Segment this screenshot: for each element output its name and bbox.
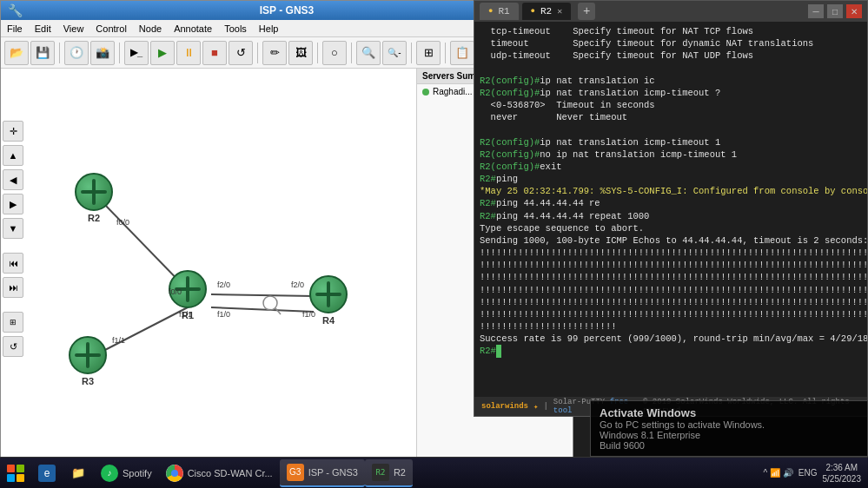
router-r2[interactable]: R2 xyxy=(75,173,113,223)
activate-subtitle: Go to PC settings to activate Windows. xyxy=(600,419,858,430)
r2-terminal-icon: R2 xyxy=(372,464,389,481)
router-r2-icon xyxy=(75,173,113,211)
iface-r3-f1: f1/1 xyxy=(112,336,125,345)
explorer-icon: 📁 xyxy=(70,465,87,482)
iface-r1-f0: f0/0 xyxy=(169,287,182,296)
console-btn[interactable]: ▶_ xyxy=(124,41,149,65)
taskbar-ie[interactable]: e xyxy=(31,459,63,487)
terminal-body[interactable]: tcp-timeout Specify timeout for NAT TCP … xyxy=(474,22,867,397)
annotation-btn[interactable]: ✏ xyxy=(262,41,287,65)
solarwinds-asterisk: ✦ xyxy=(533,402,538,412)
taskbar: e 📁 ♪ Spotify Cisco SD-WAN Cr... G3 ISP … xyxy=(0,457,868,488)
term-close-btn[interactable]: ✕ xyxy=(846,4,862,18)
nav-rotate[interactable]: ↺ xyxy=(3,336,23,357)
nav-left[interactable]: ◀ xyxy=(3,169,23,190)
nav-select[interactable]: ⊞ xyxy=(3,312,23,333)
terminal-title-bar: ● R1 ● R2 ✕ + ─ □ ✕ xyxy=(474,1,867,22)
taskbar-explorer[interactable]: 📁 xyxy=(63,459,94,487)
notes-btn[interactable]: 📋 xyxy=(450,41,474,65)
router-r4-label: R4 xyxy=(322,315,335,326)
activate-title: Activate Windows xyxy=(600,406,858,419)
solarwinds-logo: solarwinds xyxy=(481,402,528,411)
spotify-icon: ♪ xyxy=(101,465,118,482)
term-maximize-btn[interactable]: □ xyxy=(827,4,843,18)
server-status-dot xyxy=(422,89,429,96)
taskbar-gns3[interactable]: G3 ISP - GNS3 xyxy=(280,459,365,487)
screenshot-btn[interactable]: 🖼 xyxy=(288,41,313,65)
taskbar-chrome-label: Cisco SD-WAN Cr... xyxy=(188,468,273,478)
gns3-title: ISP - GNS3 xyxy=(260,4,314,16)
nav-right[interactable]: ▶ xyxy=(3,194,23,214)
terminal-window: ● R1 ● R2 ✕ + ─ □ ✕ tcp-timeout Specify … xyxy=(474,0,868,417)
iface-r1-f2: f2/0 xyxy=(217,280,230,289)
taskbar-tray: ^ 📶 🔊 ENG 2:36 AM 5/25/2023 xyxy=(764,462,868,485)
menu-view[interactable]: View xyxy=(61,23,87,35)
menu-tools[interactable]: Tools xyxy=(222,23,249,35)
tab-r2[interactable]: ● R2 ✕ xyxy=(522,3,572,20)
router-r3[interactable]: R3 xyxy=(69,336,107,386)
iface-r4-f1: f1/0 xyxy=(302,310,315,319)
svg-line-1 xyxy=(211,294,314,296)
taskbar-chrome[interactable]: Cisco SD-WAN Cr... xyxy=(159,459,280,487)
windows-logo xyxy=(7,465,24,482)
taskbar-r2-label: R2 xyxy=(394,467,406,478)
start-button[interactable] xyxy=(0,458,31,489)
taskbar-spotify[interactable]: ♪ Spotify xyxy=(94,459,159,487)
menu-control[interactable]: Control xyxy=(93,23,129,35)
win-logo-red xyxy=(7,465,15,472)
activate-windows-overlay: Activate Windows Go to PC settings to ac… xyxy=(590,400,868,457)
taskbar-r2[interactable]: R2 R2 xyxy=(365,459,413,487)
taskbar-spotify-label: Spotify xyxy=(123,468,152,478)
stop-all-btn[interactable]: ■ xyxy=(202,41,227,65)
snapshot-btn[interactable]: 🕐 xyxy=(64,41,89,65)
activate-build: Build 9600 xyxy=(600,440,858,451)
open-btn[interactable]: 📂 xyxy=(4,41,29,65)
language-indicator: ENG xyxy=(798,468,818,478)
router-r3-icon xyxy=(69,336,107,374)
nav-down[interactable]: ▼ xyxy=(3,218,23,239)
tray-icons[interactable]: ^ 📶 🔊 xyxy=(764,468,793,478)
iface-r2-f0: f0/0 xyxy=(116,218,129,227)
iface-r1-f1b: f1/1 xyxy=(179,310,192,319)
server-name: Raghadi... xyxy=(433,87,473,96)
menu-annotate[interactable]: Annotate xyxy=(171,23,215,35)
zoom-in-btn[interactable]: 🔍 xyxy=(356,41,381,65)
win-logo-blue xyxy=(7,474,15,482)
menu-edit[interactable]: Edit xyxy=(32,23,54,35)
chrome-icon xyxy=(166,465,183,482)
zoom-out-btn[interactable]: 🔍- xyxy=(382,41,407,65)
suspend-btn[interactable]: ⏸ xyxy=(176,41,201,65)
capture-btn[interactable]: 📸 xyxy=(90,41,115,65)
taskbar-gns3-label: ISP - GNS3 xyxy=(308,467,358,478)
menu-node[interactable]: Node xyxy=(136,23,164,35)
filter-btn[interactable]: ⊞ xyxy=(416,41,441,65)
topology-lines xyxy=(1,69,416,468)
activate-edition: Windows 8.1 Enterprise xyxy=(600,430,858,440)
nav-prev[interactable]: ⏮ xyxy=(3,253,23,274)
win-logo-green xyxy=(17,465,24,472)
router-r2-label: R2 xyxy=(88,213,100,223)
win-logo-yellow xyxy=(17,474,24,482)
svg-point-4 xyxy=(263,296,277,310)
topology-canvas: R2 R1 R3 R4 f0/0 f0/0 f2/0 f2/0 f1/1 xyxy=(1,69,416,468)
menu-file[interactable]: File xyxy=(4,23,25,35)
tab-r1[interactable]: ● R1 xyxy=(480,3,519,20)
svg-line-5 xyxy=(275,308,281,314)
menu-help[interactable]: Help xyxy=(256,23,282,35)
tab-r2-label: R2 xyxy=(540,6,552,16)
iface-r1-f1a: f1/0 xyxy=(217,310,230,319)
new-tab-btn[interactable]: + xyxy=(578,3,595,20)
start-all-btn[interactable]: ▶ xyxy=(150,41,175,65)
date: 5/25/2023 xyxy=(823,473,862,485)
nav-next[interactable]: ⏭ xyxy=(3,277,23,298)
nav-up[interactable]: ▲ xyxy=(3,145,23,166)
reload-btn[interactable]: ↺ xyxy=(229,41,253,65)
gns3-icon: G3 xyxy=(287,464,304,481)
shapes-btn[interactable]: ○ xyxy=(322,41,347,65)
iface-r4-f2: f2/0 xyxy=(291,280,304,289)
term-minimize-btn[interactable]: ─ xyxy=(808,4,824,18)
ie-icon: e xyxy=(38,465,56,482)
save-btn[interactable]: 💾 xyxy=(30,41,55,65)
nav-pan[interactable]: ✛ xyxy=(3,121,23,142)
tab-r2-close[interactable]: ✕ xyxy=(557,6,562,16)
